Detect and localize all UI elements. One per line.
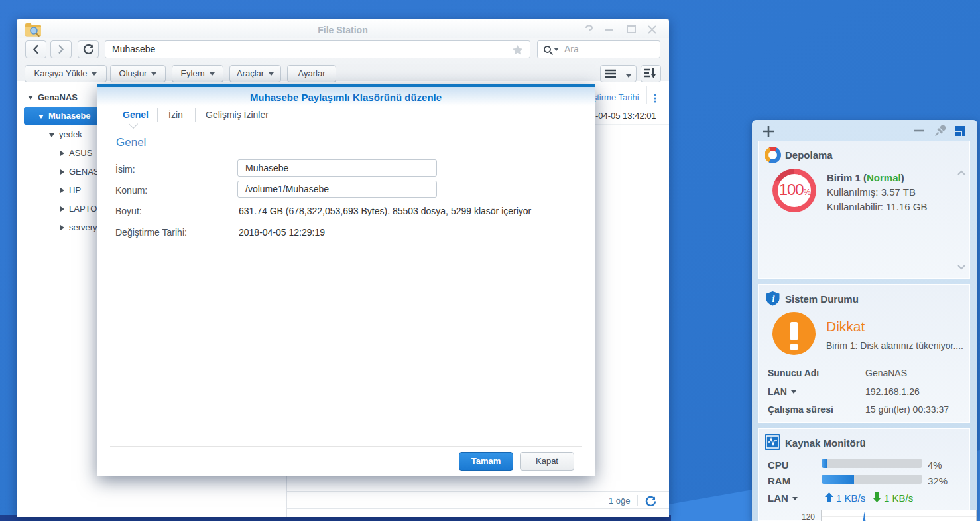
svg-text:i: i xyxy=(772,294,775,304)
